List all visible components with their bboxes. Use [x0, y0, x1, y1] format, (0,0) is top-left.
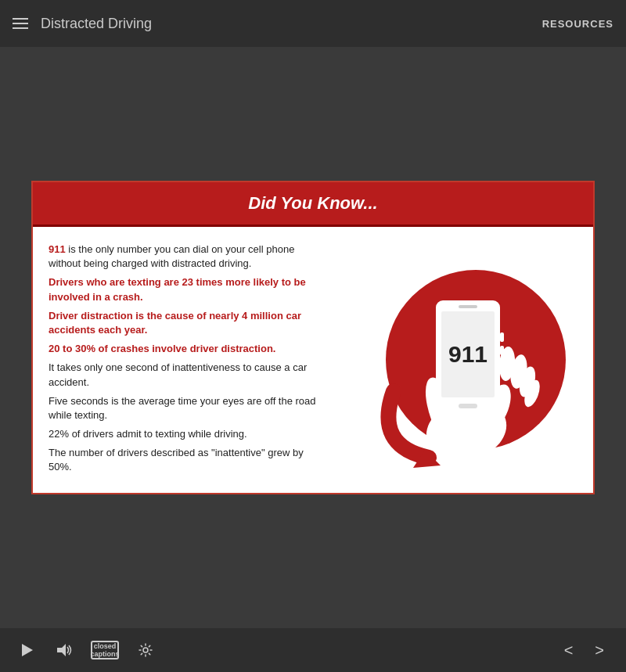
card-title: Did You Know...: [248, 193, 377, 213]
fact-7: 22% of drivers admit to texting while dr…: [49, 427, 327, 441]
fact-1-rest: is the only number you can dial on your …: [49, 243, 294, 269]
resources-button[interactable]: RESOURCES: [542, 18, 613, 30]
settings-button[interactable]: [135, 639, 156, 661]
fact-1: 911 is the only number you can dial on y…: [49, 243, 327, 271]
fact-1-text: 911: [49, 243, 66, 255]
toolbar-controls-left: closed captions: [16, 639, 156, 661]
info-card: Did You Know... 911 is the only number y…: [31, 181, 595, 494]
next-button[interactable]: >: [588, 638, 610, 663]
fact-8: The number of drivers described as "inat…: [49, 446, 327, 474]
hamburger-line: [13, 27, 28, 29]
facts-list: 911 is the only number you can dial on y…: [49, 243, 327, 477]
page-title: Distracted Driving: [41, 16, 152, 32]
svg-rect-15: [500, 359, 504, 368]
cc-label: closed captions: [91, 642, 120, 658]
fact-6-text: Five seconds is the average time your ey…: [49, 395, 316, 421]
fact-5: It takes only one second of inattentiven…: [49, 361, 327, 389]
fact-6: Five seconds is the average time your ey…: [49, 394, 327, 422]
toolbar-controls-right: < >: [558, 638, 610, 663]
fact-2: Drivers who are texting are 23 times mor…: [49, 275, 327, 304]
play-button[interactable]: [16, 639, 38, 661]
fact-7-text: 22% of drivers admit to texting while dr…: [49, 428, 247, 440]
menu-button[interactable]: [13, 18, 28, 29]
fact-3-text: Driver distraction is the cause of nearl…: [49, 310, 301, 336]
volume-icon: [56, 643, 72, 657]
playback-toolbar: closed captions < >: [0, 628, 626, 672]
hamburger-line: [13, 18, 28, 20]
header-left: Distracted Driving: [13, 16, 152, 32]
svg-point-19: [143, 648, 148, 652]
volume-button[interactable]: [53, 639, 75, 661]
svg-rect-14: [500, 346, 504, 355]
app-header: Distracted Driving RESOURCES: [0, 0, 626, 47]
svg-marker-17: [22, 644, 33, 656]
main-content: Did You Know... 911 is the only number y…: [0, 47, 626, 628]
fact-5-text: It takes only one second of inattentiven…: [49, 361, 307, 387]
gear-icon: [139, 643, 153, 657]
svg-rect-12: [459, 404, 477, 408]
fact-4: 20 to 30% of crashes involve driver dist…: [49, 342, 327, 356]
svg-rect-13: [500, 332, 504, 342]
play-icon: [20, 643, 34, 657]
fact-3: Driver distraction is the cause of nearl…: [49, 309, 327, 337]
svg-text:911: 911: [448, 341, 487, 367]
phone-hand-svg: 911: [351, 250, 570, 469]
fact-2-text: Drivers who are texting are 23 times mor…: [49, 276, 306, 302]
fact-8-text: The number of drivers described as "inat…: [49, 447, 304, 473]
fact-4-text: 20 to 30% of crashes involve driver dist…: [49, 343, 275, 354]
svg-marker-18: [57, 644, 66, 656]
phone-illustration: 911: [343, 243, 577, 477]
card-body: 911 is the only number you can dial on y…: [33, 227, 593, 493]
svg-rect-11: [459, 305, 477, 308]
prev-button[interactable]: <: [558, 638, 580, 663]
card-header: Did You Know...: [33, 182, 593, 227]
cc-button[interactable]: closed captions: [91, 641, 119, 659]
hamburger-line: [13, 23, 28, 24]
